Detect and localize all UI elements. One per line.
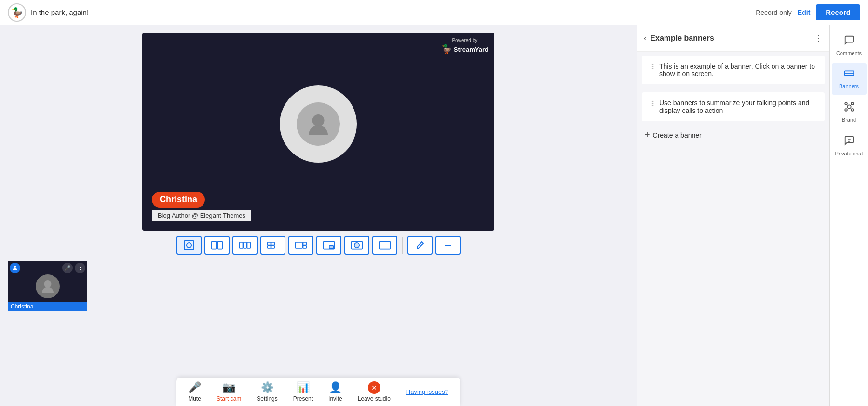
participant-avatar bbox=[36, 274, 60, 298]
having-issues-link[interactable]: Having issues? bbox=[406, 388, 448, 395]
svg-rect-3 bbox=[211, 241, 216, 249]
svg-point-28 bbox=[845, 103, 847, 105]
layout-single-button[interactable] bbox=[176, 236, 202, 255]
left-panel: Powered by 🦆 StreamYard Christina Blog A… bbox=[0, 25, 637, 406]
topbar: 🦆 In the park, again! Record only Edit R… bbox=[0, 0, 868, 25]
logo-duck-icon: 🦆 bbox=[8, 3, 26, 22]
mic-button[interactable]: 🎤 bbox=[62, 263, 73, 273]
more-button[interactable]: ⋮ bbox=[75, 263, 85, 273]
banner-item-1[interactable]: ⠿ This is an example of a banner. Click … bbox=[642, 56, 825, 84]
add-layout-button[interactable] bbox=[435, 236, 461, 255]
layout-sidebar-button[interactable] bbox=[288, 236, 313, 255]
present-button[interactable]: 📊 Present bbox=[293, 381, 313, 402]
participant-person-icon bbox=[10, 263, 20, 273]
settings-button[interactable]: ⚙️ Settings bbox=[257, 381, 277, 402]
participant-thumb[interactable]: 🎤 ⋮ Christina bbox=[8, 261, 87, 311]
participant-thumb-controls: 🎤 ⋮ bbox=[62, 263, 85, 273]
svg-point-23 bbox=[44, 280, 51, 288]
mute-icon: 🎤 bbox=[188, 381, 201, 394]
layout-three-button[interactable] bbox=[232, 236, 258, 255]
layout-two-button[interactable] bbox=[204, 236, 230, 255]
drag-handle-icon: ⠿ bbox=[650, 100, 654, 108]
svg-rect-10 bbox=[267, 246, 271, 248]
sidebar-item-brand[interactable]: Brand bbox=[832, 97, 867, 128]
video-avatar-icon bbox=[297, 102, 340, 146]
participant-row: 🎤 ⋮ Christina bbox=[0, 261, 87, 311]
svg-point-22 bbox=[14, 266, 16, 268]
invite-button[interactable]: 👤 Invite bbox=[328, 381, 342, 402]
record-button[interactable]: Record bbox=[816, 4, 860, 20]
svg-rect-6 bbox=[243, 242, 246, 248]
layout-blank-button[interactable] bbox=[372, 236, 397, 255]
banners-header: ‹ Example banners ⋮ bbox=[637, 25, 829, 52]
svg-rect-12 bbox=[295, 242, 302, 248]
streamyard-logo: 🦆 StreamYard bbox=[441, 44, 488, 55]
layout-divider bbox=[402, 237, 403, 254]
topbar-title: In the park, again! bbox=[31, 8, 89, 16]
more-menu-button[interactable]: ⋮ bbox=[814, 33, 823, 43]
svg-rect-19 bbox=[379, 241, 390, 249]
back-chevron-icon[interactable]: ‹ bbox=[644, 34, 646, 42]
svg-rect-8 bbox=[267, 242, 271, 245]
duck-logo-icon: 🦆 bbox=[441, 44, 452, 55]
svg-point-0 bbox=[312, 114, 325, 126]
svg-rect-16 bbox=[329, 246, 333, 249]
svg-rect-7 bbox=[247, 242, 250, 248]
role-badge: Blog Author @ Elegant Themes bbox=[152, 210, 251, 221]
banners-nav-icon bbox=[844, 68, 854, 82]
layout-controls bbox=[176, 236, 461, 255]
powered-by: Powered by 🦆 StreamYard bbox=[441, 38, 488, 55]
name-badge: Christina bbox=[152, 192, 205, 208]
svg-rect-1 bbox=[184, 241, 194, 250]
svg-rect-11 bbox=[271, 246, 274, 248]
record-only-label: Record only bbox=[756, 9, 792, 16]
camera-icon: 📷 bbox=[222, 381, 235, 394]
svg-point-27 bbox=[851, 103, 854, 105]
svg-point-26 bbox=[847, 105, 851, 109]
sidebar-item-banners[interactable]: Banners bbox=[832, 63, 867, 95]
edit-layout-button[interactable] bbox=[407, 236, 433, 255]
invite-icon: 👤 bbox=[329, 381, 342, 394]
create-banner-button[interactable]: + Create a banner bbox=[637, 125, 829, 145]
sidebar-item-comments[interactable]: Comments bbox=[832, 30, 867, 61]
bottom-bar: 🎤 Mute 📷 Start cam ⚙️ Settings 📊 Present… bbox=[176, 378, 460, 406]
edit-button[interactable]: Edit bbox=[798, 9, 810, 16]
topbar-right: Record only Edit Record bbox=[756, 4, 860, 20]
svg-rect-9 bbox=[271, 242, 274, 245]
svg-rect-14 bbox=[303, 246, 306, 248]
layout-four-button[interactable] bbox=[260, 236, 285, 255]
present-icon: 📊 bbox=[297, 381, 310, 394]
streamyard-label: StreamYard bbox=[454, 46, 488, 53]
svg-point-30 bbox=[845, 109, 847, 112]
svg-rect-5 bbox=[239, 242, 243, 248]
svg-point-2 bbox=[187, 243, 191, 248]
brand-label: Brand bbox=[842, 117, 856, 123]
comments-icon bbox=[844, 35, 854, 48]
banner-item-2[interactable]: ⠿ Use banners to summarize your talking … bbox=[642, 92, 825, 121]
layout-pip-button[interactable] bbox=[316, 236, 341, 255]
leave-icon: ✕ bbox=[368, 381, 380, 394]
svg-point-29 bbox=[851, 109, 854, 112]
drag-handle-icon: ⠿ bbox=[650, 63, 654, 71]
private-chat-label: Private chat bbox=[835, 151, 863, 157]
start-cam-button[interactable]: 📷 Start cam bbox=[217, 381, 241, 402]
banners-title: Example banners bbox=[650, 34, 810, 42]
brand-icon bbox=[844, 101, 854, 115]
far-right-sidebar: Comments Banners Brand Private chat bbox=[829, 25, 868, 406]
leave-studio-button[interactable]: ✕ Leave studio bbox=[358, 381, 391, 402]
plus-icon: + bbox=[645, 130, 650, 140]
comments-label: Comments bbox=[836, 50, 862, 56]
layout-solo-button[interactable] bbox=[344, 236, 369, 255]
banners-panel: ‹ Example banners ⋮ ⠿ This is an example… bbox=[637, 25, 829, 406]
banners-nav-label: Banners bbox=[839, 84, 859, 90]
banners-content: ‹ Example banners ⋮ ⠿ This is an example… bbox=[637, 25, 829, 406]
participant-name: Christina bbox=[8, 302, 87, 311]
svg-rect-4 bbox=[217, 241, 222, 249]
sidebar-item-private-chat[interactable]: Private chat bbox=[832, 130, 867, 162]
mute-button[interactable]: 🎤 Mute bbox=[188, 381, 201, 402]
svg-point-18 bbox=[354, 243, 359, 248]
settings-icon: ⚙️ bbox=[261, 381, 274, 394]
main-area: Powered by 🦆 StreamYard Christina Blog A… bbox=[0, 25, 868, 406]
svg-rect-13 bbox=[303, 242, 306, 245]
private-chat-icon bbox=[844, 135, 854, 149]
